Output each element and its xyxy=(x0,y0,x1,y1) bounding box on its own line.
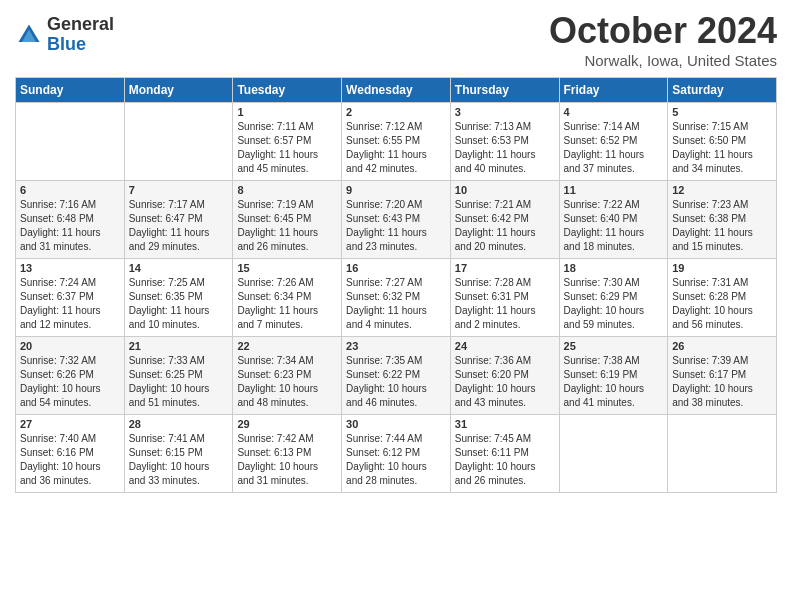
day-detail: Sunrise: 7:31 AM Sunset: 6:28 PM Dayligh… xyxy=(672,276,772,332)
header-cell-sunday: Sunday xyxy=(16,78,125,103)
calendar-cell: 15Sunrise: 7:26 AM Sunset: 6:34 PM Dayli… xyxy=(233,259,342,337)
week-row-1: 6Sunrise: 7:16 AM Sunset: 6:48 PM Daylig… xyxy=(16,181,777,259)
day-detail: Sunrise: 7:24 AM Sunset: 6:37 PM Dayligh… xyxy=(20,276,120,332)
logo-icon xyxy=(15,21,43,49)
day-detail: Sunrise: 7:12 AM Sunset: 6:55 PM Dayligh… xyxy=(346,120,446,176)
calendar-cell: 24Sunrise: 7:36 AM Sunset: 6:20 PM Dayli… xyxy=(450,337,559,415)
day-detail: Sunrise: 7:17 AM Sunset: 6:47 PM Dayligh… xyxy=(129,198,229,254)
day-detail: Sunrise: 7:44 AM Sunset: 6:12 PM Dayligh… xyxy=(346,432,446,488)
day-number: 30 xyxy=(346,418,446,430)
day-number: 10 xyxy=(455,184,555,196)
page-container: General Blue October 2024 Norwalk, Iowa,… xyxy=(0,0,792,498)
calendar-cell: 18Sunrise: 7:30 AM Sunset: 6:29 PM Dayli… xyxy=(559,259,668,337)
calendar-cell: 2Sunrise: 7:12 AM Sunset: 6:55 PM Daylig… xyxy=(342,103,451,181)
day-number: 17 xyxy=(455,262,555,274)
calendar-cell: 17Sunrise: 7:28 AM Sunset: 6:31 PM Dayli… xyxy=(450,259,559,337)
day-detail: Sunrise: 7:20 AM Sunset: 6:43 PM Dayligh… xyxy=(346,198,446,254)
day-number: 25 xyxy=(564,340,664,352)
day-detail: Sunrise: 7:34 AM Sunset: 6:23 PM Dayligh… xyxy=(237,354,337,410)
day-number: 31 xyxy=(455,418,555,430)
day-number: 20 xyxy=(20,340,120,352)
week-row-3: 20Sunrise: 7:32 AM Sunset: 6:26 PM Dayli… xyxy=(16,337,777,415)
day-detail: Sunrise: 7:21 AM Sunset: 6:42 PM Dayligh… xyxy=(455,198,555,254)
calendar-cell: 20Sunrise: 7:32 AM Sunset: 6:26 PM Dayli… xyxy=(16,337,125,415)
calendar-cell: 27Sunrise: 7:40 AM Sunset: 6:16 PM Dayli… xyxy=(16,415,125,493)
header-cell-thursday: Thursday xyxy=(450,78,559,103)
calendar-cell xyxy=(668,415,777,493)
day-detail: Sunrise: 7:15 AM Sunset: 6:50 PM Dayligh… xyxy=(672,120,772,176)
day-detail: Sunrise: 7:41 AM Sunset: 6:15 PM Dayligh… xyxy=(129,432,229,488)
calendar-cell xyxy=(16,103,125,181)
day-detail: Sunrise: 7:33 AM Sunset: 6:25 PM Dayligh… xyxy=(129,354,229,410)
day-number: 11 xyxy=(564,184,664,196)
day-detail: Sunrise: 7:28 AM Sunset: 6:31 PM Dayligh… xyxy=(455,276,555,332)
day-detail: Sunrise: 7:13 AM Sunset: 6:53 PM Dayligh… xyxy=(455,120,555,176)
calendar-cell: 30Sunrise: 7:44 AM Sunset: 6:12 PM Dayli… xyxy=(342,415,451,493)
title-area: October 2024 Norwalk, Iowa, United State… xyxy=(549,10,777,69)
calendar-cell: 28Sunrise: 7:41 AM Sunset: 6:15 PM Dayli… xyxy=(124,415,233,493)
day-detail: Sunrise: 7:35 AM Sunset: 6:22 PM Dayligh… xyxy=(346,354,446,410)
day-number: 24 xyxy=(455,340,555,352)
day-number: 1 xyxy=(237,106,337,118)
header-cell-friday: Friday xyxy=(559,78,668,103)
day-detail: Sunrise: 7:14 AM Sunset: 6:52 PM Dayligh… xyxy=(564,120,664,176)
day-number: 28 xyxy=(129,418,229,430)
header-row: SundayMondayTuesdayWednesdayThursdayFrid… xyxy=(16,78,777,103)
day-number: 21 xyxy=(129,340,229,352)
calendar-cell: 7Sunrise: 7:17 AM Sunset: 6:47 PM Daylig… xyxy=(124,181,233,259)
calendar-cell: 12Sunrise: 7:23 AM Sunset: 6:38 PM Dayli… xyxy=(668,181,777,259)
day-detail: Sunrise: 7:42 AM Sunset: 6:13 PM Dayligh… xyxy=(237,432,337,488)
calendar-cell: 31Sunrise: 7:45 AM Sunset: 6:11 PM Dayli… xyxy=(450,415,559,493)
calendar-cell: 21Sunrise: 7:33 AM Sunset: 6:25 PM Dayli… xyxy=(124,337,233,415)
calendar-cell: 26Sunrise: 7:39 AM Sunset: 6:17 PM Dayli… xyxy=(668,337,777,415)
day-number: 27 xyxy=(20,418,120,430)
location: Norwalk, Iowa, United States xyxy=(549,52,777,69)
day-detail: Sunrise: 7:16 AM Sunset: 6:48 PM Dayligh… xyxy=(20,198,120,254)
calendar-cell: 22Sunrise: 7:34 AM Sunset: 6:23 PM Dayli… xyxy=(233,337,342,415)
day-detail: Sunrise: 7:36 AM Sunset: 6:20 PM Dayligh… xyxy=(455,354,555,410)
calendar-cell: 14Sunrise: 7:25 AM Sunset: 6:35 PM Dayli… xyxy=(124,259,233,337)
calendar-cell: 23Sunrise: 7:35 AM Sunset: 6:22 PM Dayli… xyxy=(342,337,451,415)
header-cell-wednesday: Wednesday xyxy=(342,78,451,103)
day-number: 12 xyxy=(672,184,772,196)
calendar-cell xyxy=(124,103,233,181)
day-detail: Sunrise: 7:39 AM Sunset: 6:17 PM Dayligh… xyxy=(672,354,772,410)
calendar-body: 1Sunrise: 7:11 AM Sunset: 6:57 PM Daylig… xyxy=(16,103,777,493)
week-row-4: 27Sunrise: 7:40 AM Sunset: 6:16 PM Dayli… xyxy=(16,415,777,493)
month-title: October 2024 xyxy=(549,10,777,52)
day-number: 22 xyxy=(237,340,337,352)
calendar-cell: 1Sunrise: 7:11 AM Sunset: 6:57 PM Daylig… xyxy=(233,103,342,181)
calendar-cell: 25Sunrise: 7:38 AM Sunset: 6:19 PM Dayli… xyxy=(559,337,668,415)
day-detail: Sunrise: 7:22 AM Sunset: 6:40 PM Dayligh… xyxy=(564,198,664,254)
logo: General Blue xyxy=(15,15,114,55)
day-detail: Sunrise: 7:25 AM Sunset: 6:35 PM Dayligh… xyxy=(129,276,229,332)
day-number: 13 xyxy=(20,262,120,274)
calendar-cell: 5Sunrise: 7:15 AM Sunset: 6:50 PM Daylig… xyxy=(668,103,777,181)
calendar-cell: 4Sunrise: 7:14 AM Sunset: 6:52 PM Daylig… xyxy=(559,103,668,181)
day-detail: Sunrise: 7:30 AM Sunset: 6:29 PM Dayligh… xyxy=(564,276,664,332)
week-row-0: 1Sunrise: 7:11 AM Sunset: 6:57 PM Daylig… xyxy=(16,103,777,181)
calendar-cell: 10Sunrise: 7:21 AM Sunset: 6:42 PM Dayli… xyxy=(450,181,559,259)
day-number: 14 xyxy=(129,262,229,274)
logo-text: General Blue xyxy=(47,15,114,55)
calendar-cell xyxy=(559,415,668,493)
logo-blue-text: Blue xyxy=(47,35,114,55)
calendar-cell: 6Sunrise: 7:16 AM Sunset: 6:48 PM Daylig… xyxy=(16,181,125,259)
day-number: 18 xyxy=(564,262,664,274)
day-number: 23 xyxy=(346,340,446,352)
calendar-cell: 16Sunrise: 7:27 AM Sunset: 6:32 PM Dayli… xyxy=(342,259,451,337)
calendar-cell: 13Sunrise: 7:24 AM Sunset: 6:37 PM Dayli… xyxy=(16,259,125,337)
day-detail: Sunrise: 7:45 AM Sunset: 6:11 PM Dayligh… xyxy=(455,432,555,488)
calendar-header: SundayMondayTuesdayWednesdayThursdayFrid… xyxy=(16,78,777,103)
calendar-cell: 11Sunrise: 7:22 AM Sunset: 6:40 PM Dayli… xyxy=(559,181,668,259)
day-number: 6 xyxy=(20,184,120,196)
day-detail: Sunrise: 7:19 AM Sunset: 6:45 PM Dayligh… xyxy=(237,198,337,254)
day-number: 7 xyxy=(129,184,229,196)
day-detail: Sunrise: 7:40 AM Sunset: 6:16 PM Dayligh… xyxy=(20,432,120,488)
calendar-cell: 9Sunrise: 7:20 AM Sunset: 6:43 PM Daylig… xyxy=(342,181,451,259)
header-cell-tuesday: Tuesday xyxy=(233,78,342,103)
day-number: 19 xyxy=(672,262,772,274)
calendar-cell: 3Sunrise: 7:13 AM Sunset: 6:53 PM Daylig… xyxy=(450,103,559,181)
calendar-cell: 29Sunrise: 7:42 AM Sunset: 6:13 PM Dayli… xyxy=(233,415,342,493)
header-cell-monday: Monday xyxy=(124,78,233,103)
